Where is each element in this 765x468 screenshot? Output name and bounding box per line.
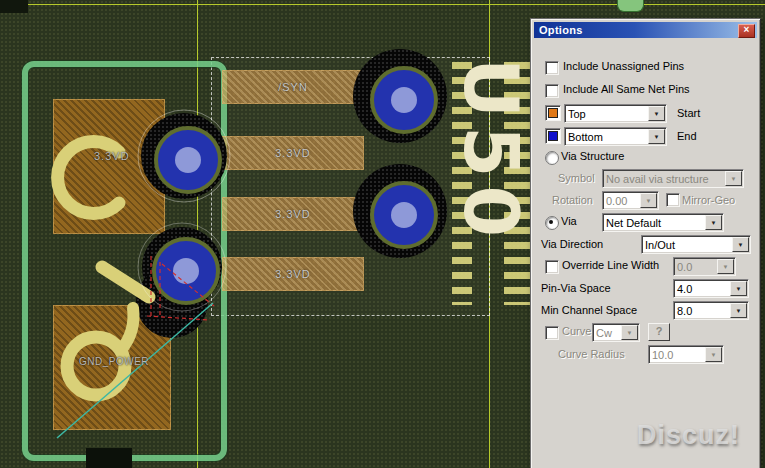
curve-radius-label: Curve Radius [558, 348, 625, 361]
via-radio[interactable] [545, 216, 559, 230]
via[interactable] [370, 181, 438, 249]
copper-pad-row[interactable]: 3.3VD [222, 136, 364, 170]
include-unassigned-pins-checkbox[interactable] [545, 61, 559, 75]
dropdown-arrow-icon: ▼ [705, 347, 722, 362]
end-layer-color-swatch[interactable] [545, 128, 561, 144]
rotation-label: Rotation [552, 194, 593, 207]
dropdown-arrow-icon: ▼ [640, 193, 657, 208]
via-structure-radio[interactable] [545, 151, 559, 165]
copper-pad-row[interactable]: 3.3VD [222, 197, 364, 231]
override-line-width-label: Override Line Width [562, 259, 659, 272]
start-layer-color-swatch[interactable] [545, 105, 561, 121]
dialog-title: Options [539, 24, 583, 36]
dropdown-arrow-icon[interactable]: ▼ [648, 129, 665, 144]
curve-direction-value: Cw [593, 324, 620, 341]
start-layer-color-fill [548, 108, 558, 118]
curve-direction-select: Cw ▼ [592, 323, 640, 342]
copper-pad-row[interactable]: 3.3VD [222, 257, 364, 291]
override-line-width-field: 0.0 ▼ [673, 257, 736, 276]
bottom-slot [86, 448, 132, 468]
via-direction-label: Via Direction [541, 238, 603, 251]
dropdown-arrow-icon[interactable]: ▼ [705, 215, 722, 230]
override-line-width-value: 0.0 [674, 258, 716, 275]
dropdown-arrow-icon[interactable]: ▼ [648, 106, 665, 121]
close-icon: × [744, 24, 750, 35]
net-label: GND_POWER [79, 356, 149, 367]
dropdown-arrow-icon[interactable]: ▼ [730, 303, 747, 318]
dropdown-arrow-icon[interactable]: ▼ [730, 281, 747, 296]
net-label: 3.3VD [94, 150, 130, 162]
include-same-net-pins-label: Include All Same Net Pins [563, 83, 690, 96]
net-label: /SYN [278, 81, 308, 93]
via[interactable] [370, 66, 438, 134]
curve-radius-select: 10.0 ▼ [648, 345, 724, 364]
dropdown-arrow-icon: ▼ [621, 325, 638, 340]
end-layer-value: Bottom [565, 128, 647, 145]
start-layer-select[interactable]: Top ▼ [564, 104, 667, 123]
mirror-geo-label: Mirror-Geo [682, 194, 735, 207]
symbol-label: Symbol [558, 172, 595, 185]
help-icon: ? [656, 325, 663, 337]
mirror-geo-checkbox [666, 193, 680, 207]
corner-block [0, 0, 28, 13]
via-select[interactable]: Net Default ▼ [602, 213, 724, 232]
rotation-select: 0.00 ▼ [602, 191, 659, 210]
via-direction-value: In/Out [642, 236, 731, 253]
net-label: 3.3VD [275, 268, 311, 280]
override-line-width-checkbox[interactable] [545, 260, 559, 274]
top-green-pad[interactable] [617, 0, 644, 12]
via-value: Net Default [603, 214, 704, 231]
dialog-titlebar[interactable]: Options [534, 22, 757, 38]
dropdown-arrow-icon: ▼ [725, 171, 742, 186]
via-label: Via [561, 215, 577, 228]
options-dialog: Options × Include Unassigned Pins Includ… [530, 18, 761, 468]
curve-label: Curve [562, 325, 591, 338]
min-channel-space-select[interactable]: 8.0 ▼ [673, 301, 749, 320]
start-label: Start [677, 107, 700, 120]
min-channel-space-label: Min Channel Space [541, 304, 637, 317]
via[interactable] [152, 237, 220, 305]
forum-watermark: Discuz! [637, 420, 740, 451]
rotation-value: 0.00 [603, 192, 639, 209]
pin-via-space-label: Pin-Via Space [541, 282, 611, 295]
min-channel-space-value: 8.0 [674, 302, 729, 319]
pin-via-space-select[interactable]: 4.0 ▼ [673, 279, 749, 298]
start-layer-value: Top [565, 105, 647, 122]
curve-checkbox [545, 326, 559, 340]
net-label: 3.3VD [275, 147, 311, 159]
include-same-net-pins-checkbox[interactable] [545, 84, 559, 98]
dropdown-arrow-icon[interactable]: ▼ [732, 237, 749, 252]
include-unassigned-pins-label: Include Unassigned Pins [563, 60, 684, 73]
crosshair-horizontal-line [0, 4, 765, 5]
end-layer-select[interactable]: Bottom ▼ [564, 127, 667, 146]
curve-radius-value: 10.0 [649, 346, 704, 363]
help-button: ? [648, 323, 670, 341]
via-direction-select[interactable]: In/Out ▼ [641, 235, 751, 254]
end-layer-color-fill [548, 131, 558, 141]
component-refdes: U50 [452, 58, 534, 313]
pin-via-space-value: 4.0 [674, 280, 729, 297]
via[interactable] [154, 126, 222, 194]
end-label: End [677, 130, 697, 143]
net-label: 3.3VD [275, 208, 311, 220]
symbol-value: No avail via structure [603, 170, 724, 187]
dropdown-arrow-icon: ▼ [717, 259, 734, 274]
close-button[interactable]: × [738, 24, 755, 38]
symbol-select: No avail via structure ▼ [602, 169, 744, 188]
copper-pad-row[interactable]: /SYN [222, 70, 364, 104]
via-structure-label: Via Structure [561, 150, 624, 163]
